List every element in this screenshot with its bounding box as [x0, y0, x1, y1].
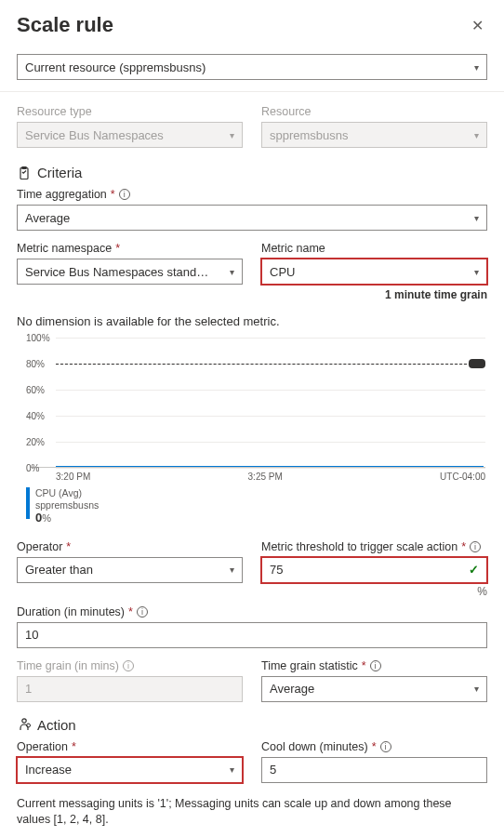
threshold-value: 75 — [270, 563, 283, 577]
time-grain-stat-value: Average — [270, 682, 314, 696]
cooldown-input[interactable]: 5 — [261, 757, 487, 783]
chart-threshold-line — [56, 364, 485, 365]
metric-chart: 0%20%40%60%80%100% 3:20 PM3:25 PMUTC-04:… — [17, 338, 487, 525]
metric-name-value: CPU — [270, 265, 295, 279]
time-grain-stat-dropdown[interactable]: Average ▾ — [261, 676, 487, 702]
time-grain-hint: 1 minute time grain — [261, 288, 487, 301]
svg-point-1 — [22, 719, 26, 723]
operator-label: Operator * — [17, 540, 243, 553]
required-indicator: * — [115, 242, 120, 255]
legend-series-name: CPU (Avg) — [35, 487, 99, 499]
duration-value: 10 — [25, 628, 38, 642]
chevron-down-icon: ▾ — [230, 130, 234, 140]
chart-xtick: 3:20 PM — [56, 472, 90, 482]
chevron-down-icon: ▾ — [230, 267, 234, 277]
resource-type-dropdown: Service Bus Namespaces ▾ — [17, 122, 243, 148]
operation-value: Increase — [25, 763, 72, 777]
time-aggregation-label: Time aggregation * i — [17, 188, 487, 201]
legend-unit: % — [42, 512, 51, 524]
legend-series-resource: sppremsbusns — [35, 499, 99, 512]
cooldown-value: 5 — [270, 763, 276, 777]
chart-xtick: UTC-04:00 — [440, 472, 485, 482]
time-grain-value: 1 — [25, 682, 32, 696]
operator-value: Greater than — [25, 563, 93, 577]
required-indicator: * — [128, 605, 133, 618]
chart-threshold-marker — [469, 359, 485, 368]
chart-ytick: 60% — [26, 385, 45, 395]
required-indicator: * — [362, 659, 366, 672]
resource-label: Resource — [261, 105, 487, 118]
operation-dropdown[interactable]: Increase ▾ — [17, 757, 243, 783]
required-indicator: * — [111, 188, 115, 201]
metric-namespace-label: Metric namespace * — [17, 242, 243, 255]
required-indicator: * — [72, 740, 76, 753]
chevron-down-icon: ▾ — [474, 267, 479, 277]
resource-dropdown: sppremsbusns ▾ — [261, 122, 487, 148]
metric-name-dropdown[interactable]: CPU ▾ — [261, 259, 487, 285]
svg-rect-0 — [20, 167, 28, 179]
valid-checkmark-icon: ✓ — [469, 563, 479, 577]
current-resource-dropdown[interactable]: Current resource (sppremsbusns) ▾ — [17, 54, 487, 80]
chevron-down-icon: ▾ — [474, 130, 479, 140]
chart-series-line — [56, 466, 484, 468]
metric-namespace-dropdown[interactable]: Service Bus Namespaces standard me... ▾ — [17, 259, 243, 285]
legend-color-bar — [26, 487, 30, 519]
threshold-label: Metric threshold to trigger scale action… — [261, 540, 487, 553]
resource-type-value: Service Bus Namespaces — [25, 128, 164, 142]
time-aggregation-value: Average — [25, 211, 70, 225]
criteria-header: Criteria — [37, 165, 82, 180]
time-grain-input: 1 — [17, 676, 243, 702]
chart-ytick: 100% — [26, 333, 50, 343]
info-icon[interactable]: i — [137, 606, 148, 618]
footnote-text: Current messaging units is '1'; Messagin… — [17, 796, 487, 829]
info-icon[interactable]: i — [123, 660, 134, 671]
chart-ytick: 40% — [26, 411, 45, 421]
duration-input[interactable]: 10 — [17, 622, 487, 648]
threshold-unit: % — [261, 585, 487, 598]
current-resource-value: Current resource (sppremsbusns) — [25, 60, 206, 74]
info-icon[interactable]: i — [470, 541, 481, 552]
chevron-down-icon: ▾ — [474, 213, 479, 223]
metric-namespace-value: Service Bus Namespaces standard me... — [25, 265, 214, 279]
chevron-down-icon: ▾ — [230, 565, 234, 575]
action-icon — [17, 717, 32, 732]
resource-value: sppremsbusns — [270, 128, 349, 142]
info-icon[interactable]: i — [380, 741, 391, 752]
chart-ytick: 0% — [26, 463, 39, 473]
required-indicator: * — [66, 540, 71, 553]
chevron-down-icon: ▾ — [474, 62, 479, 73]
time-grain-label: Time grain (in mins) i — [17, 659, 243, 672]
time-grain-stat-label: Time grain statistic * i — [261, 659, 487, 672]
operation-label: Operation * — [17, 740, 243, 753]
time-aggregation-dropdown[interactable]: Average ▾ — [17, 205, 487, 231]
no-dimension-text: No dimension is available for the select… — [17, 314, 487, 328]
required-indicator: * — [461, 540, 466, 553]
operator-dropdown[interactable]: Greater than ▾ — [17, 557, 243, 583]
chart-ytick: 80% — [26, 359, 45, 369]
chart-xtick: 3:25 PM — [248, 472, 283, 482]
close-icon[interactable]: ✕ — [468, 15, 487, 36]
panel-title: Scale rule — [17, 13, 113, 37]
resource-type-label: Resource type — [17, 105, 243, 118]
cooldown-label: Cool down (minutes) * i — [261, 740, 487, 753]
info-icon[interactable]: i — [370, 660, 381, 671]
required-indicator: * — [372, 740, 377, 753]
chart-ytick: 20% — [26, 437, 45, 447]
info-icon[interactable]: i — [119, 189, 130, 200]
criteria-icon — [17, 166, 32, 180]
chevron-down-icon: ▾ — [474, 684, 479, 694]
duration-label: Duration (in minutes) * i — [17, 605, 487, 618]
chevron-down-icon: ▾ — [230, 764, 234, 775]
action-header: Action — [37, 717, 76, 733]
threshold-input[interactable]: 75 ✓ — [261, 557, 487, 583]
metric-name-label: Metric name — [261, 242, 487, 255]
